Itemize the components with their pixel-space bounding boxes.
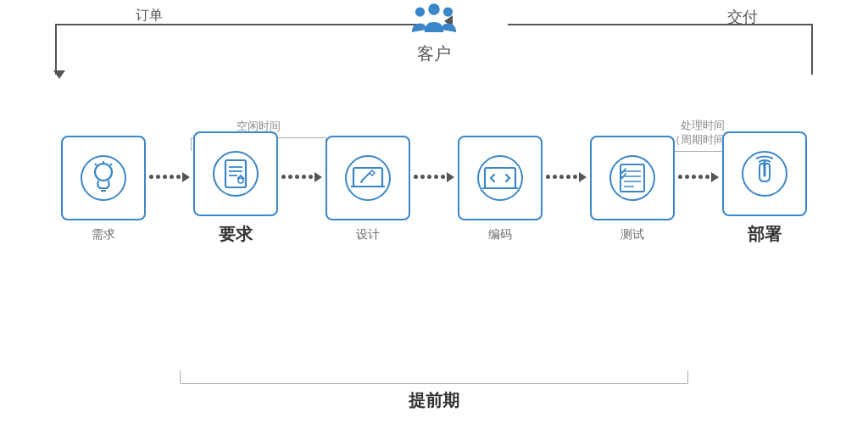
design-icon [344,154,392,202]
arrow-1 [149,172,190,182]
code-icon [476,154,524,202]
step-label-requirements: 要求 [219,223,253,246]
step-coding: 编码 [458,136,542,242]
step-needs: 需求 [61,136,146,242]
svg-line-19 [361,173,370,181]
dotted-line-1 [149,175,181,179]
dotted-line-5 [678,175,709,179]
svg-point-2 [443,7,453,16]
step-label-coding: 编码 [488,227,512,242]
arrow-2 [281,172,322,182]
svg-point-15 [238,178,243,183]
lead-time-label: 提前期 [409,389,459,412]
step-box-testing [590,136,675,220]
svg-point-10 [214,152,258,196]
lead-time-brace [180,370,688,384]
step-box-needs [61,136,146,220]
arrow-3 [414,172,454,182]
delivery-arrow-line [508,24,813,75]
step-label-needs: 需求 [92,227,115,242]
svg-point-16 [346,156,390,200]
step-requirements: 要求 [193,131,278,246]
svg-rect-25 [620,164,644,192]
dotted-line-3 [414,175,445,179]
order-arrow-head [53,70,65,79]
steps-row: 需求 [42,131,826,246]
arrow-5 [678,172,719,182]
svg-rect-22 [485,168,515,188]
step-testing: 测试 [590,136,675,242]
people-icon [409,0,459,39]
step-deploy: 部署 [722,131,807,246]
svg-point-0 [428,3,440,15]
step-box-coding [458,136,542,220]
step-label-design: 设计 [356,227,380,242]
svg-line-9 [110,164,112,165]
svg-rect-11 [225,160,246,187]
step-box-deploy [722,131,807,216]
step-label-deploy: 部署 [748,223,782,246]
svg-point-1 [415,7,425,16]
diagram-container: 订单 交付 客户 空闲时间 [0,0,868,429]
order-arrow-line [55,24,420,75]
svg-point-4 [95,164,112,181]
customer-label: 客户 [417,42,451,65]
lead-time-area: 提前期 [180,370,688,412]
step-box-requirements [193,131,278,216]
arrow-4 [546,172,587,182]
svg-rect-17 [353,168,382,187]
dotted-line-2 [281,175,313,179]
step-box-design [326,136,410,220]
step-label-testing: 测试 [620,227,644,242]
dotted-line-4 [546,175,577,179]
document-icon [212,150,259,198]
order-label: 订单 [136,7,163,25]
lightbulb-icon [80,154,127,202]
svg-line-8 [95,164,97,165]
step-design: 设计 [326,136,410,242]
deploy-icon [741,150,788,198]
test-icon [609,154,656,202]
svg-point-24 [610,156,654,200]
top-section: 订单 交付 客户 [0,0,868,110]
customer-area: 客户 [409,0,459,65]
